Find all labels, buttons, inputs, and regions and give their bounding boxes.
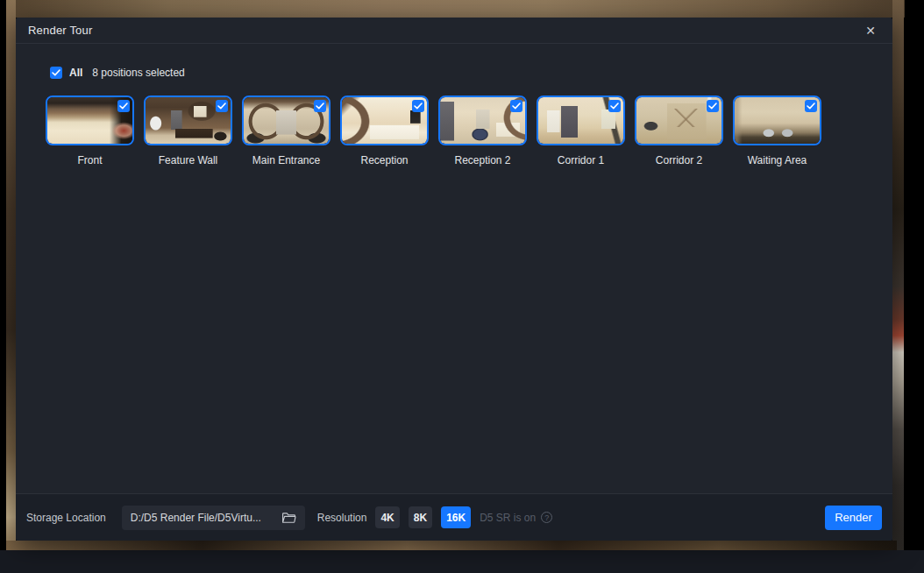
select-all-checkbox[interactable] — [50, 67, 62, 79]
check-icon — [512, 103, 521, 110]
close-icon[interactable]: ✕ — [861, 21, 880, 40]
selection-summary: 8 positions selected — [92, 67, 184, 79]
check-icon — [807, 103, 815, 110]
check-icon — [610, 103, 619, 110]
check-icon — [708, 103, 717, 110]
storage-path-value: D:/D5 Render File/D5Virtu... — [131, 512, 274, 524]
check-icon — [316, 103, 324, 110]
tour-position-card[interactable]: Feature Wall — [144, 96, 232, 166]
tour-position-thumbnail — [46, 96, 134, 145]
viewport-background-floor — [6, 541, 897, 550]
check-icon — [414, 103, 423, 110]
tour-position-thumbnail — [438, 96, 527, 145]
position-checkbox[interactable] — [117, 100, 130, 112]
check-icon — [217, 103, 226, 110]
tour-position-card[interactable]: Reception — [340, 96, 429, 166]
viewport-background-right — [892, 0, 904, 550]
check-icon — [52, 69, 60, 76]
viewport-background-top — [6, 0, 905, 18]
dialog-title: Render Tour — [28, 24, 93, 37]
tour-position-card[interactable]: Waiting Area — [733, 96, 821, 166]
tour-position-label: Front — [46, 154, 134, 166]
tour-position-thumbnail — [537, 96, 625, 145]
d5-sr-status: D5 SR is on ? — [480, 512, 552, 524]
select-all-row: All 8 positions selected — [50, 66, 892, 79]
position-checkbox[interactable] — [216, 100, 228, 112]
tour-position-label: Reception 2 — [438, 154, 527, 166]
tour-positions-row: Front Feature Wall Main Entrance Recepti… — [46, 96, 892, 166]
position-checkbox[interactable] — [314, 100, 326, 112]
d5-sr-status-text: D5 SR is on — [480, 512, 536, 524]
folder-icon[interactable] — [281, 512, 296, 524]
tour-position-label: Corridor 2 — [635, 154, 723, 166]
tour-position-card[interactable]: Corridor 2 — [635, 96, 723, 166]
tour-position-thumbnail — [340, 96, 429, 145]
resolution-16k-button[interactable]: 16K — [441, 506, 471, 528]
dialog-footer: Storage Location D:/D5 Render File/D5Vir… — [16, 493, 892, 541]
render-button[interactable]: Render — [825, 506, 882, 530]
render-tour-dialog: Render Tour ✕ All 8 positions selected F… — [16, 18, 892, 541]
viewport-background-left — [6, 0, 16, 550]
tour-position-label: Corridor 1 — [537, 154, 625, 166]
resolution-8k-button[interactable]: 8K — [409, 506, 432, 528]
tour-position-thumbnail — [242, 96, 331, 145]
position-checkbox[interactable] — [510, 100, 522, 112]
resolution-label: Resolution — [317, 512, 367, 524]
tour-position-card[interactable]: Front — [46, 96, 134, 166]
tour-position-card[interactable]: Main Entrance — [242, 96, 331, 166]
position-checkbox[interactable] — [412, 100, 424, 112]
tour-position-thumbnail — [635, 96, 723, 145]
storage-path-field[interactable]: D:/D5 Render File/D5Virtu... — [122, 506, 305, 530]
select-all-label: All — [69, 67, 82, 79]
tour-position-label: Waiting Area — [733, 154, 821, 166]
check-icon — [119, 103, 128, 110]
dialog-header: Render Tour ✕ — [16, 18, 892, 44]
tour-position-card[interactable]: Corridor 1 — [537, 96, 625, 166]
storage-location-label: Storage Location — [26, 512, 106, 524]
position-checkbox[interactable] — [805, 100, 817, 112]
help-icon[interactable]: ? — [541, 512, 552, 523]
tour-position-card[interactable]: Reception 2 — [438, 96, 527, 166]
tour-position-label: Main Entrance — [242, 154, 331, 166]
position-checkbox[interactable] — [707, 100, 719, 112]
position-checkbox[interactable] — [608, 100, 621, 112]
tour-position-label: Reception — [340, 154, 429, 166]
tour-position-label: Feature Wall — [144, 154, 232, 166]
tour-position-thumbnail — [144, 96, 232, 145]
tour-position-thumbnail — [733, 96, 821, 145]
resolution-4k-button[interactable]: 4K — [375, 506, 399, 528]
app-bottom-bar — [0, 550, 924, 573]
